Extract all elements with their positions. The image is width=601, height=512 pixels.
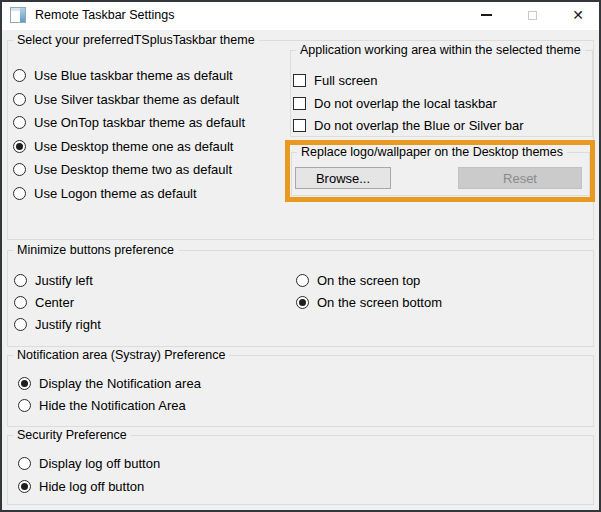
radio-center-control (14, 296, 27, 309)
checkbox-no-overlap-local-taskbar-control (293, 97, 306, 110)
radio-hide-notification-area[interactable]: Hide the Notification Area (18, 398, 186, 413)
window-controls: ✕ (463, 0, 601, 30)
radio-blue-theme[interactable]: Use Blue taskbar theme as default (13, 68, 233, 83)
radio-screen-top-label: On the screen top (317, 273, 420, 288)
radio-ontop-theme[interactable]: Use OnTop taskbar theme as default (13, 115, 245, 130)
radio-desktop-one-control (13, 140, 26, 153)
radio-desktop-two-control (13, 163, 26, 176)
radio-screen-top-control (296, 274, 309, 287)
radio-blue-theme-label: Use Blue taskbar theme as default (34, 68, 233, 83)
radio-silver-theme-label: Use Silver taskbar theme as default (34, 92, 239, 107)
close-button[interactable]: ✕ (555, 0, 601, 30)
checkbox-no-overlap-local-taskbar[interactable]: Do not overlap the local taskbar (293, 96, 497, 111)
radio-justify-right-label: Justify right (35, 317, 101, 332)
radio-ontop-theme-control (13, 116, 26, 129)
checkbox-no-overlap-blue-silver-bar[interactable]: Do not overlap the Blue or Silver bar (293, 118, 524, 133)
minimize-icon (481, 14, 492, 16)
window-title: Remote Taskbar Settings (35, 8, 174, 22)
remote-taskbar-settings-dialog: Remote Taskbar Settings ✕ Select your pr… (0, 0, 601, 512)
checkbox-full-screen-control (293, 74, 306, 87)
radio-display-notification-area-label: Display the Notification area (39, 376, 201, 391)
radio-desktop-one[interactable]: Use Desktop theme one as default (13, 139, 233, 154)
radio-blue-theme-control (13, 69, 26, 82)
maximize-button (509, 0, 555, 30)
reset-button: Reset (458, 167, 582, 189)
minimize-group: Minimize buttons preference Justify left… (7, 250, 594, 347)
radio-hide-notification-area-control (18, 399, 31, 412)
radio-silver-theme-control (13, 93, 26, 106)
radio-hide-logoff[interactable]: Hide log off button (18, 479, 144, 494)
radio-hide-logoff-label: Hide log off button (39, 479, 144, 494)
radio-silver-theme[interactable]: Use Silver taskbar theme as default (13, 92, 239, 107)
app-icon-sidebar (20, 8, 25, 22)
systray-group-label: Notification area (Systray) Preference (13, 348, 229, 362)
radio-display-notification-area[interactable]: Display the Notification area (18, 376, 201, 391)
checkbox-no-overlap-local-taskbar-label: Do not overlap the local taskbar (314, 96, 497, 111)
radio-ontop-theme-label: Use OnTop taskbar theme as default (34, 115, 245, 130)
checkbox-no-overlap-blue-silver-bar-control (293, 119, 306, 132)
radio-logon-theme-control (13, 187, 26, 200)
theme-group-label: Select your preferredTSplusTaskbar theme (13, 33, 259, 47)
checkbox-full-screen[interactable]: Full screen (293, 73, 378, 88)
radio-screen-bottom[interactable]: On the screen bottom (296, 295, 442, 310)
radio-display-logoff[interactable]: Display log off button (18, 456, 160, 471)
working-area-group-label: Application working area within the sele… (296, 43, 585, 57)
radio-desktop-two-label: Use Desktop theme two as default (34, 162, 232, 177)
radio-screen-bottom-label: On the screen bottom (317, 295, 442, 310)
checkbox-no-overlap-blue-silver-bar-label: Do not overlap the Blue or Silver bar (314, 118, 524, 133)
radio-display-logoff-control (18, 457, 31, 470)
radio-hide-logoff-control (18, 480, 31, 493)
radio-display-notification-area-control (18, 377, 31, 390)
minimize-group-label: Minimize buttons preference (13, 243, 178, 257)
radio-justify-right-control (14, 318, 27, 331)
radio-center-label: Center (35, 295, 74, 310)
radio-justify-right[interactable]: Justify right (14, 317, 101, 332)
titlebar: Remote Taskbar Settings ✕ (0, 0, 601, 30)
radio-screen-bottom-control (296, 296, 309, 309)
radio-justify-left-label: Justify left (35, 273, 93, 288)
security-group: Security Preference Display log off butt… (7, 435, 594, 505)
radio-desktop-two[interactable]: Use Desktop theme two as default (13, 162, 232, 177)
radio-justify-left[interactable]: Justify left (14, 273, 93, 288)
radio-logon-theme-label: Use Logon theme as default (34, 186, 197, 201)
app-icon (10, 7, 26, 23)
replace-group: Replace logo/wallpaper on the Desktop th… (291, 152, 590, 196)
systray-group: Notification area (Systray) Preference D… (7, 355, 594, 427)
radio-center[interactable]: Center (14, 295, 74, 310)
radio-desktop-one-label: Use Desktop theme one as default (34, 139, 233, 154)
security-group-label: Security Preference (13, 428, 131, 442)
maximize-icon (528, 11, 537, 20)
radio-hide-notification-area-label: Hide the Notification Area (39, 398, 186, 413)
radio-screen-top[interactable]: On the screen top (296, 273, 420, 288)
replace-group-label: Replace logo/wallpaper on the Desktop th… (297, 145, 567, 159)
browse-button[interactable]: Browse... (295, 167, 391, 189)
radio-display-logoff-label: Display log off button (39, 456, 160, 471)
close-icon: ✕ (572, 8, 584, 22)
radio-logon-theme[interactable]: Use Logon theme as default (13, 186, 197, 201)
minimize-button[interactable] (463, 0, 509, 30)
radio-justify-left-control (14, 274, 27, 287)
working-area-group: Application working area within the sele… (290, 50, 593, 137)
checkbox-full-screen-label: Full screen (314, 73, 378, 88)
